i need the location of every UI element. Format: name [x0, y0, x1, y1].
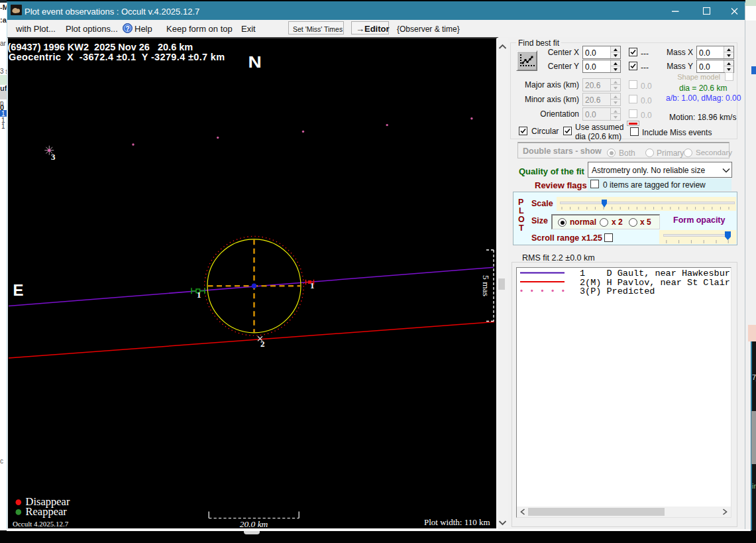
svg-text:?: ?: [125, 25, 129, 32]
svg-text:Plot width: 110 km: Plot width: 110 km: [424, 517, 490, 527]
svg-text:N: N: [248, 54, 262, 70]
svg-text:Geocentric X -3672.4 ±0.1 Y: Geocentric X -3672.4 ±0.1 Y -3279.4 ±0.7…: [9, 52, 225, 62]
svg-text:2: 2: [260, 339, 265, 349]
svg-text:E: E: [13, 281, 24, 299]
svg-text:3: 3: [51, 152, 56, 162]
svg-text:1: 1: [310, 280, 315, 290]
svg-text:Occult 4.2025.12.7: Occult 4.2025.12.7: [13, 520, 69, 528]
svg-text:20.0 km: 20.0 km: [240, 519, 268, 529]
svg-text:5 mas: 5 mas: [481, 275, 491, 296]
svg-text:1: 1: [197, 290, 201, 300]
svg-text:Reappear: Reappear: [26, 505, 68, 518]
